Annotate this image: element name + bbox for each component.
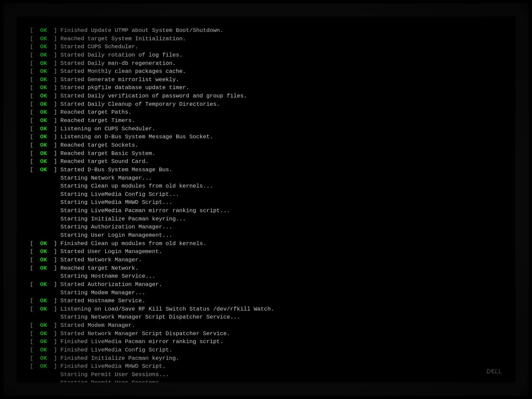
log-message: Started Daily verification of password a… (57, 92, 247, 100)
bracket-open: [ (30, 248, 33, 256)
log-line: [ OK ] Started Network Manager Script Di… (30, 330, 502, 338)
ok-badge: OK (33, 338, 54, 346)
bracket-close: ] (54, 354, 57, 363)
bracket-close: ] (54, 141, 57, 150)
log-message: Starting LiveMedia Config Script... (30, 191, 179, 199)
bracket-close: ] (54, 67, 57, 76)
log-message: Reached target Network. (57, 264, 139, 273)
ok-badge: OK (33, 240, 54, 248)
log-line: [ OK ] Finished LiveMedia Config Script. (30, 346, 502, 354)
log-message: Listening on Load/Save RF Kill Switch St… (57, 305, 274, 314)
bracket-open: [ (30, 297, 33, 305)
bracket-close: ] (54, 150, 57, 158)
log-message: Finished LiveMedia Pacman mirror ranking… (57, 338, 223, 346)
bracket-close: ] (54, 166, 57, 174)
bracket-close: ] (54, 92, 57, 100)
bracket-open: [ (30, 264, 33, 273)
bracket-close: ] (54, 297, 57, 305)
ok-badge: OK (33, 256, 54, 264)
bracket-open: [ (30, 362, 33, 371)
bracket-open: [ (30, 158, 33, 166)
log-line: [ OK ] Reached target Sound Card. (30, 158, 502, 166)
ok-badge: OK (33, 35, 54, 43)
log-message: Started User Login Management. (57, 248, 162, 256)
ok-badge: OK (33, 76, 54, 84)
bracket-open: [ (30, 84, 33, 92)
bracket-close: ] (54, 346, 57, 354)
bracket-close: ] (54, 125, 57, 133)
bracket-close: ] (54, 362, 57, 371)
ok-badge: OK (33, 166, 54, 174)
bracket-close: ] (54, 117, 57, 125)
log-line: Starting Clean up modules from old kerne… (30, 182, 502, 191)
log-line: [ OK ] Started Authorization Manager. (30, 281, 502, 289)
ok-badge: OK (33, 92, 54, 100)
ok-badge: OK (33, 330, 54, 338)
bracket-open: [ (30, 240, 33, 248)
bracket-open: [ (30, 305, 33, 314)
log-message: Started Authorization Manager. (57, 281, 162, 289)
log-line: Starting Network Manager... (30, 174, 502, 183)
log-message: Reached target Sound Card. (57, 158, 149, 166)
log-line: [ OK ] Reached target Network. (30, 264, 502, 273)
log-line: Starting Authorization Manager... (30, 223, 502, 231)
bracket-close: ] (54, 43, 57, 51)
log-message: Starting Permit User Sessions... (30, 371, 169, 379)
log-line: [ OK ] Started Daily Cleanup of Temporar… (30, 100, 502, 109)
log-line: [ OK ] Finished Initialize Pacman keyrin… (30, 354, 502, 363)
ok-badge: OK (33, 100, 54, 109)
log-message: Started D-Bus System Message Bus. (57, 166, 173, 174)
bracket-close: ] (54, 27, 57, 35)
log-message: Finished Update UTMP about System Boot/S… (57, 27, 223, 35)
log-message: Starting Initialize Pacman keyring... (30, 215, 186, 223)
ok-badge: OK (33, 158, 54, 166)
log-line: [ OK ] Started Daily verification of pas… (30, 92, 502, 100)
log-message: Listening on D-Bus System Message Bus So… (57, 133, 213, 141)
ok-badge: OK (33, 354, 54, 363)
dell-logo: D€LL (486, 367, 502, 376)
bracket-close: ] (54, 322, 57, 330)
log-line: [ OK ] Finished Update UTMP about System… (30, 27, 502, 35)
bracket-open: [ (30, 354, 33, 363)
ok-badge: OK (33, 67, 54, 76)
log-line: Starting Permit User Sessions... (30, 371, 502, 379)
log-line: [ OK ] Reached target Sockets. (30, 141, 502, 150)
bracket-close: ] (54, 338, 57, 346)
ok-badge: OK (33, 297, 54, 305)
log-message: Starting Modem Manager... (30, 289, 145, 297)
ok-badge: OK (33, 43, 54, 51)
log-line: [ OK ] Finished Clean up modules from ol… (30, 240, 502, 248)
log-line: Starting Permit User Sessions. (30, 379, 502, 382)
log-line: Starting Modem Manager... (30, 289, 502, 297)
log-message: Started Generate mirrorlist weekly. (57, 76, 179, 84)
bracket-open: [ (30, 150, 33, 158)
bracket-open: [ (30, 322, 33, 330)
log-line: [ OK ] Started Daily rotation of log fil… (30, 51, 502, 60)
log-message: Started Daily rotation of log files. (57, 51, 183, 60)
log-message: Reached target Sockets. (57, 141, 139, 150)
bracket-open: [ (30, 330, 33, 338)
log-line: [ OK ] Reached target System Initializat… (30, 35, 502, 43)
ok-badge: OK (33, 362, 54, 371)
log-line: [ OK ] Started CUPS Scheduler. (30, 43, 502, 51)
log-line: Starting LiveMedia Pacman mirror ranking… (30, 207, 502, 215)
log-line: [ OK ] Listening on D-Bus System Message… (30, 133, 502, 141)
log-message: Starting Network Manager Script Dispatch… (30, 313, 240, 322)
bracket-close: ] (54, 330, 57, 338)
ok-badge: OK (33, 322, 54, 330)
log-line: [ OK ] Started Generate mirrorlist weekl… (30, 76, 502, 84)
bracket-open: [ (30, 256, 33, 264)
bracket-open: [ (30, 100, 33, 109)
log-line: [ OK ] Reached target Basic System. (30, 150, 502, 158)
bracket-close: ] (54, 248, 57, 256)
log-line: Starting Initialize Pacman keyring... (30, 215, 502, 223)
log-message: Finished LiveMedia Config Script. (57, 346, 173, 354)
ok-badge: OK (33, 305, 54, 314)
log-message: Reached target Paths. (57, 108, 132, 117)
log-line: [ OK ] Started Modem Manager. (30, 322, 502, 330)
log-message: Reached target Timers. (57, 117, 135, 125)
bracket-close: ] (54, 35, 57, 43)
log-message: Starting Network Manager... (30, 174, 152, 183)
log-message: Starting Permit User Sessions. (30, 379, 162, 382)
ok-badge: OK (33, 248, 54, 256)
